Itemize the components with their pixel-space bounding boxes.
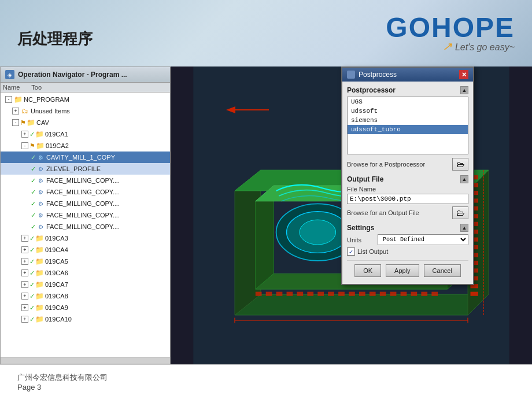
check-cavity-mill: ✓ — [31, 154, 36, 161]
tree-zlevel[interactable]: ✓ ⚙ ZLEVEL_PROFILE — [1, 163, 170, 175]
folder-019ca10: 📁 — [35, 315, 44, 323]
svg-rect-37 — [307, 292, 313, 296]
folder-icon-nc: 📁 — [13, 95, 23, 104]
tree-face2[interactable]: ✓ ⚙ FACE_MILLING_COPY.... — [1, 186, 170, 198]
postprocessor-list[interactable]: UGS udssoft siemens udssoft_tubro — [347, 97, 468, 154]
expand-019ca9[interactable]: + — [21, 304, 28, 311]
expand-019ca4[interactable]: + — [21, 246, 28, 253]
tree-face4[interactable]: ✓ ⚙ FACE_MILLING_COPY.... — [1, 209, 170, 221]
pp-item-udssoft-tubro[interactable]: udssoft_tubro — [348, 125, 468, 134]
tree-019ca6[interactable]: + ✓ 📁 019CA6 — [1, 267, 170, 279]
logo-area: GOHOPE ↗ Let's go easy~ — [386, 14, 515, 53]
footer-company: 广州今宏信息科技有限公司 — [17, 372, 532, 383]
op-icon-face2: ⚙ — [36, 188, 45, 196]
output-section-collapse[interactable]: ▲ — [460, 175, 468, 183]
horizontal-scrollbar[interactable] — [1, 357, 170, 364]
tree-cav[interactable]: - ⚑ 📁 CAV — [1, 117, 170, 128]
list-output-checkbox[interactable]: ✓ — [347, 247, 355, 256]
op-icon-zlevel: ⚙ — [36, 165, 45, 173]
op-icon-cavity: ⚙ — [36, 153, 45, 161]
svg-rect-36 — [297, 292, 303, 296]
list-output-label: List Output — [357, 248, 388, 255]
callout-arrow-svg — [223, 107, 275, 124]
browse-output-button[interactable]: 🗁 — [452, 206, 468, 219]
folder-019ca6: 📁 — [35, 269, 44, 277]
svg-rect-47 — [411, 292, 418, 296]
pp-item-udssoft[interactable]: udssoft — [348, 106, 468, 116]
expand-cav[interactable]: - — [12, 119, 19, 126]
check-019ca3: ✓ — [29, 235, 35, 242]
cancel-button[interactable]: Cancel — [424, 264, 461, 277]
check-zlevel: ✓ — [31, 165, 36, 173]
ok-button[interactable]: OK — [354, 264, 381, 277]
check-face4: ✓ — [31, 212, 36, 219]
browse-output-row: Browse for an Output File 🗁 — [347, 206, 468, 219]
check-019ca9: ✓ — [29, 304, 35, 312]
svg-rect-38 — [317, 292, 324, 296]
tree-019ca1[interactable]: + ✓ 📁 019CA1 — [1, 128, 170, 140]
dialog-title-icon — [347, 71, 355, 79]
check-019ca6: ✓ — [29, 269, 35, 277]
tree-019ca2[interactable]: - ⚑ 📁 019CA2 — [1, 140, 170, 152]
expand-019ca8[interactable]: + — [21, 293, 28, 300]
units-label: Units — [347, 237, 373, 243]
units-dropdown[interactable]: Post Defined Metric English — [378, 234, 468, 245]
navigator-icon: ◈ — [5, 70, 14, 79]
file-name-input[interactable] — [347, 194, 468, 204]
output-section-label: Output File ▲ — [347, 175, 468, 183]
check-face5: ✓ — [31, 223, 36, 231]
footer-page: Page 3 — [17, 383, 532, 391]
folder-019ca4: 📁 — [35, 246, 44, 254]
tree-019ca3[interactable]: + ✓ 📁 019CA3 — [1, 232, 170, 244]
svg-rect-35 — [287, 292, 293, 296]
folder-icon-cav: 📁 — [26, 119, 35, 127]
svg-rect-41 — [349, 292, 355, 296]
expand-019ca2[interactable]: - — [21, 142, 28, 149]
check-019ca10: ✓ — [29, 316, 35, 323]
expand-nc-program[interactable]: - — [5, 96, 12, 103]
check-019ca8: ✓ — [29, 293, 35, 300]
tree-019ca7[interactable]: + ✓ 📁 019CA7 — [1, 279, 170, 290]
tree-019ca8[interactable]: + ✓ 📁 019CA8 — [1, 290, 170, 302]
expand-019ca10[interactable]: + — [21, 316, 28, 323]
apply-button[interactable]: Apply — [386, 264, 419, 277]
svg-rect-40 — [338, 292, 345, 296]
panel-subheader: Name Too — [1, 83, 170, 93]
tree-019ca5[interactable]: + ✓ 📁 019CA5 — [1, 256, 170, 267]
postprocessor-section-label: Postprocessor ▲ — [347, 86, 468, 94]
browse-pp-button[interactable]: 🗁 — [452, 158, 468, 171]
tree-face1[interactable]: ✓ ⚙ FACE_MILLING_COPY.... — [1, 175, 170, 186]
tree-019ca10[interactable]: + ✓ 📁 019CA10 — [1, 313, 170, 325]
expand-019ca7[interactable]: + — [21, 281, 28, 288]
svg-rect-39 — [328, 292, 334, 296]
pp-item-siemens[interactable]: siemens — [348, 116, 468, 125]
tree-019ca9[interactable]: + ✓ 📁 019CA9 — [1, 302, 170, 313]
postprocess-dialog: Postprocess ✕ Postprocessor ▲ UGS udssof… — [341, 66, 474, 285]
op-icon-face5: ⚙ — [36, 223, 45, 231]
dialog-close-button[interactable]: ✕ — [459, 70, 468, 79]
tree-cavity-mill[interactable]: ✓ ⚙ CAVITY_MILL_1_COPY — [1, 152, 170, 163]
pp-item-ugs[interactable]: UGS — [348, 97, 468, 106]
panel-title: Operation Navigator - Program ... — [18, 71, 127, 79]
expand-019ca3[interactable]: + — [21, 235, 28, 242]
tree-nc-program[interactable]: - 📁 NC_PROGRAM — [1, 94, 170, 105]
op-icon-face4: ⚙ — [36, 211, 45, 219]
tree-content[interactable]: - 📁 NC_PROGRAM + 🗂 Unused Items - ⚑ 📁 CA… — [1, 93, 170, 357]
svg-rect-33 — [266, 292, 272, 296]
tree-face5[interactable]: ✓ ⚙ FACE_MILLING_COPY.... — [1, 221, 170, 232]
pp-section-collapse[interactable]: ▲ — [460, 86, 468, 94]
expand-019ca5[interactable]: + — [21, 258, 28, 265]
expand-unused[interactable]: + — [12, 108, 19, 114]
svg-rect-44 — [380, 292, 386, 296]
expand-019ca6[interactable]: + — [21, 269, 28, 276]
browse-output-label: Browse for an Output File — [347, 209, 450, 216]
tree-face3[interactable]: ✓ ⚙ FACE_MILLING_COPY.... — [1, 198, 170, 209]
tree-unused-items[interactable]: + 🗂 Unused Items — [1, 105, 170, 117]
tree-019ca4[interactable]: + ✓ 📁 019CA4 — [1, 244, 170, 256]
right-area: Postprocess ✕ Postprocessor ▲ UGS udssof… — [171, 66, 532, 364]
header: 后处理程序 GOHOPE ↗ Let's go easy~ — [0, 0, 532, 66]
panel-header: ◈ Operation Navigator - Program ... — [1, 67, 170, 83]
settings-section-collapse[interactable]: ▲ — [460, 224, 468, 232]
expand-019ca1[interactable]: + — [21, 131, 28, 138]
browse-pp-label: Browse for a Postprocessor — [347, 161, 450, 168]
